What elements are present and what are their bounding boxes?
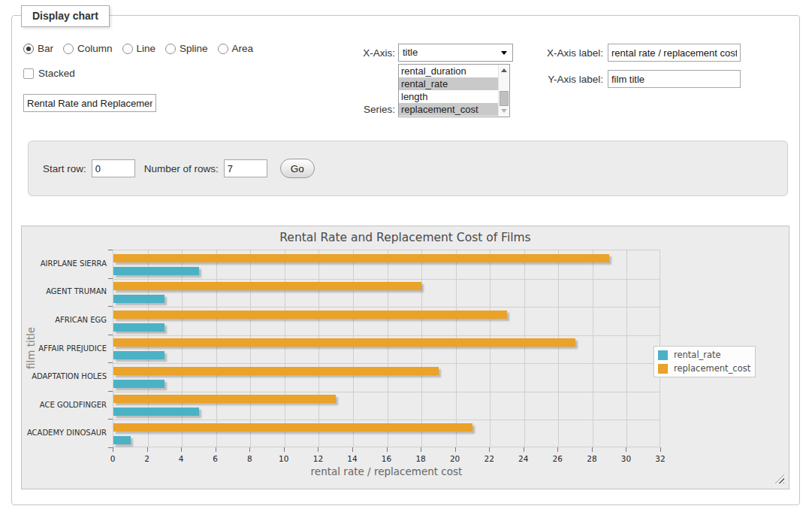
- x-tick-label: 0: [100, 454, 125, 463]
- y-axis-label-input[interactable]: [608, 70, 741, 88]
- bar-replacement_cost-academy-dinosaur: [113, 423, 472, 432]
- gridline-h: [113, 363, 660, 364]
- x-tick-label: 10: [271, 454, 297, 463]
- legend-swatch-icon: [658, 364, 668, 374]
- x-tick-mark: [421, 447, 421, 452]
- gridline-v: [148, 250, 149, 447]
- x-tick-label: 30: [613, 454, 638, 463]
- chart-type-radio-line[interactable]: Line: [122, 43, 156, 54]
- gridline-v: [421, 250, 422, 447]
- stacked-checkbox-row[interactable]: Stacked: [23, 68, 75, 79]
- chart-type-radio-column[interactable]: Column: [63, 43, 113, 54]
- gridline-h: [113, 392, 660, 392]
- category-label: ACE GOLDFINGER: [22, 401, 107, 409]
- scroll-up-icon[interactable]: [501, 68, 507, 72]
- gridline-v: [216, 250, 217, 447]
- gridline-h: [113, 420, 660, 420]
- x-axis-title: rental rate / replacement cost: [113, 465, 660, 477]
- x-tick-label: 28: [579, 454, 605, 463]
- chart-type-radio-area[interactable]: Area: [218, 43, 254, 54]
- y-axis-label-label: Y-Axis label:: [543, 74, 603, 85]
- chart-type-radio-bar[interactable]: Bar: [23, 43, 53, 54]
- chart-title-input[interactable]: [23, 94, 156, 112]
- x-tick-mark: [455, 447, 456, 452]
- bar-rental_rate-affair-prejudice: [113, 351, 165, 359]
- series-scrollbar[interactable]: [498, 65, 509, 117]
- x-tick-mark: [318, 447, 318, 452]
- category-label: AIRPLANE SIERRA: [22, 259, 107, 268]
- gridline-v: [593, 250, 593, 447]
- radio-icon[interactable]: [122, 44, 133, 54]
- radio-icon[interactable]: [165, 44, 176, 54]
- scroll-down-icon[interactable]: [501, 109, 507, 113]
- gridline-v: [524, 250, 525, 447]
- x-tick-mark: [216, 447, 216, 452]
- chart-title: Rental Rate and Replacement Cost of Film…: [22, 231, 789, 244]
- radio-label: Line: [137, 43, 156, 54]
- bar-replacement_cost-adaptation-holes: [113, 367, 439, 375]
- num-rows-label: Number of rows:: [144, 163, 219, 174]
- chart-legend: rental_ratereplacement_cost: [654, 346, 756, 377]
- fieldset-legend: Display chart: [21, 5, 110, 27]
- x-axis-label-input[interactable]: [608, 44, 741, 62]
- bar-replacement_cost-affair-prejudice: [113, 338, 575, 347]
- radio-icon[interactable]: [23, 44, 34, 54]
- bar-rental_rate-adaptation-holes: [113, 380, 165, 388]
- series-option-rental_duration[interactable]: rental_duration: [399, 65, 498, 77]
- series-option-rental_rate[interactable]: rental_rate: [399, 77, 498, 90]
- x-tick-label: 24: [511, 454, 536, 463]
- series-options: rental_durationrental_ratelengthreplacem…: [399, 65, 498, 116]
- x-tick-label: 14: [340, 454, 365, 463]
- x-tick-label: 32: [647, 454, 673, 463]
- series-option-length[interactable]: length: [399, 90, 498, 103]
- radio-label: Spline: [180, 43, 208, 54]
- bar-rental_rate-airplane-sierra: [113, 267, 199, 275]
- rows-panel: Start row: Number of rows: Go: [28, 141, 788, 196]
- gridline-v: [250, 250, 251, 447]
- start-row-input[interactable]: [92, 159, 135, 177]
- gridline-v: [388, 250, 388, 447]
- num-rows-input[interactable]: [224, 159, 267, 177]
- series-option-replacement_cost[interactable]: replacement_cost: [399, 103, 498, 116]
- checkbox-icon[interactable]: [23, 68, 34, 79]
- x-axis-select[interactable]: title: [398, 44, 513, 62]
- bar-replacement_cost-ace-goldfinger: [113, 395, 336, 403]
- category-label: ADAPTATION HOLES: [22, 372, 107, 380]
- radio-icon[interactable]: [218, 44, 228, 54]
- x-tick-mark: [284, 447, 285, 452]
- x-tick-label: 26: [545, 454, 570, 463]
- category-label: AGENT TRUMAN: [22, 287, 107, 295]
- bar-rental_rate-ace-goldfinger: [113, 407, 199, 416]
- radio-icon[interactable]: [63, 44, 74, 54]
- chevron-down-icon: [501, 51, 507, 55]
- bar-rental_rate-agent-truman: [113, 295, 165, 303]
- gridline-v: [318, 250, 319, 447]
- y-tick-mark: [108, 250, 113, 250]
- y-tick-mark: [108, 278, 113, 279]
- chart: Rental Rate and Replacement Cost of Film…: [21, 226, 789, 489]
- x-axis-select-value: title: [403, 47, 418, 58]
- bar-rental_rate-african-egg: [113, 323, 165, 332]
- bar-replacement_cost-airplane-sierra: [113, 254, 609, 262]
- scrollbar-thumb[interactable]: [500, 91, 509, 107]
- bar-rental_rate-academy-dinosaur: [113, 436, 131, 444]
- x-axis-select-label: X-Axis:: [350, 47, 395, 59]
- x-tick-label: 8: [237, 454, 262, 463]
- radio-label: Column: [77, 43, 113, 54]
- legend-swatch-icon: [658, 350, 668, 360]
- x-tick-mark: [557, 447, 558, 452]
- x-tick-label: 6: [203, 454, 228, 463]
- go-button[interactable]: Go: [280, 159, 315, 178]
- x-tick-label: 12: [305, 454, 331, 463]
- x-tick-mark: [113, 447, 113, 452]
- bar-replacement_cost-agent-truman: [113, 282, 421, 290]
- chart-type-radio-spline[interactable]: Spline: [165, 43, 208, 54]
- y-tick-mark: [108, 306, 113, 307]
- gridline-h: [113, 279, 660, 280]
- display-chart-fieldset: Display chart BarColumnLineSplineArea St…: [11, 15, 800, 505]
- gridline-v: [285, 250, 285, 447]
- x-tick-label: 22: [476, 454, 502, 463]
- resize-handle-icon[interactable]: [775, 474, 784, 483]
- series-label: Series:: [350, 104, 395, 115]
- series-listbox[interactable]: rental_durationrental_ratelengthreplacem…: [398, 64, 510, 117]
